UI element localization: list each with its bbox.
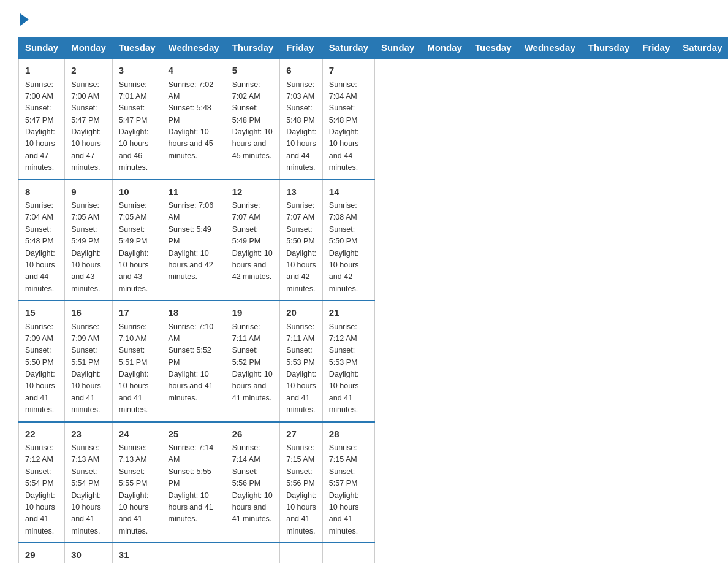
calendar-cell: 16Sunrise: 7:09 AMSunset: 5:51 PMDayligh… (65, 301, 113, 422)
day-number: 17 (119, 306, 156, 320)
calendar-cell: 10Sunrise: 7:05 AMSunset: 5:49 PMDayligh… (112, 180, 162, 301)
day-number: 20 (286, 306, 316, 320)
day-info: Sunrise: 7:02 AMSunset: 5:48 PMDaylight:… (232, 79, 274, 163)
calendar-cell: 7Sunrise: 7:04 AMSunset: 5:48 PMDaylight… (322, 58, 374, 180)
calendar-week-4: 22Sunrise: 7:12 AMSunset: 5:54 PMDayligh… (19, 422, 729, 543)
calendar-cell: 14Sunrise: 7:08 AMSunset: 5:50 PMDayligh… (322, 180, 374, 301)
day-number: 30 (71, 548, 106, 562)
day-number: 28 (329, 427, 368, 442)
day-info: Sunrise: 7:05 AMSunset: 5:49 PMDaylight:… (71, 200, 106, 295)
calendar-cell: 27Sunrise: 7:15 AMSunset: 5:56 PMDayligh… (280, 422, 323, 543)
day-info: Sunrise: 7:06 AMSunset: 5:49 PMDaylight:… (169, 200, 219, 283)
header-friday: Friday (280, 37, 323, 59)
calendar-cell: 23Sunrise: 7:13 AMSunset: 5:54 PMDayligh… (65, 422, 113, 543)
day-info: Sunrise: 7:12 AMSunset: 5:54 PMDaylight:… (25, 442, 58, 537)
day-number: 27 (286, 427, 316, 442)
day-number: 1 (25, 64, 58, 78)
day-info: Sunrise: 7:09 AMSunset: 5:51 PMDaylight:… (71, 321, 106, 416)
day-number: 29 (25, 548, 58, 562)
calendar-cell: 11Sunrise: 7:06 AMSunset: 5:49 PMDayligh… (162, 180, 226, 301)
calendar-cell: 20Sunrise: 7:11 AMSunset: 5:53 PMDayligh… (280, 301, 323, 422)
col-header-sunday: Sunday (375, 37, 421, 59)
day-number: 19 (232, 306, 274, 320)
day-number: 14 (329, 185, 368, 199)
day-number: 31 (119, 548, 156, 562)
day-number: 11 (169, 185, 219, 199)
calendar-cell: 29Sunrise: 7:15 AMSunset: 5:57 PMDayligh… (19, 543, 65, 563)
day-number: 24 (119, 427, 156, 442)
logo (18, 12, 29, 25)
col-header-thursday: Thursday (582, 37, 636, 59)
day-info: Sunrise: 7:13 AMSunset: 5:55 PMDaylight:… (119, 442, 156, 537)
day-info: Sunrise: 7:02 AMSunset: 5:48 PMDaylight:… (169, 79, 219, 163)
calendar-cell: 24Sunrise: 7:13 AMSunset: 5:55 PMDayligh… (112, 422, 162, 543)
calendar-cell: 31Sunrise: 7:16 AMSunset: 5:59 PMDayligh… (112, 543, 162, 563)
day-info: Sunrise: 7:12 AMSunset: 5:53 PMDaylight:… (329, 321, 368, 416)
day-number: 9 (71, 185, 106, 199)
header-monday: Monday (65, 37, 113, 59)
calendar-cell: 25Sunrise: 7:14 AMSunset: 5:55 PMDayligh… (162, 422, 226, 543)
col-header-friday: Friday (636, 37, 677, 59)
day-number: 25 (169, 427, 219, 442)
header-sunday: Sunday (19, 37, 65, 59)
day-number: 6 (286, 64, 316, 78)
calendar-week-3: 15Sunrise: 7:09 AMSunset: 5:50 PMDayligh… (19, 301, 729, 422)
day-number: 13 (286, 185, 316, 199)
day-info: Sunrise: 7:15 AMSunset: 5:56 PMDaylight:… (286, 442, 316, 537)
day-info: Sunrise: 7:07 AMSunset: 5:49 PMDaylight:… (232, 200, 274, 283)
day-info: Sunrise: 7:13 AMSunset: 5:54 PMDaylight:… (71, 442, 106, 537)
header-tuesday: Tuesday (112, 37, 162, 59)
calendar-table: SundayMondayTuesdayWednesdayThursdayFrid… (18, 37, 728, 563)
calendar-cell: 30Sunrise: 7:16 AMSunset: 5:58 PMDayligh… (65, 543, 113, 563)
day-info: Sunrise: 7:14 AMSunset: 5:56 PMDaylight:… (232, 442, 274, 526)
day-info: Sunrise: 7:11 AMSunset: 5:53 PMDaylight:… (286, 321, 316, 416)
day-info: Sunrise: 7:00 AMSunset: 5:47 PMDaylight:… (25, 79, 58, 174)
col-header-monday: Monday (421, 37, 469, 59)
day-number: 10 (119, 185, 156, 199)
day-number: 8 (25, 185, 58, 199)
day-number: 18 (169, 306, 219, 320)
day-number: 22 (25, 427, 58, 442)
calendar-cell (226, 543, 280, 563)
header-wednesday: Wednesday (162, 37, 226, 59)
calendar-header-row: SundayMondayTuesdayWednesdayThursdayFrid… (19, 37, 729, 59)
day-info: Sunrise: 7:03 AMSunset: 5:48 PMDaylight:… (286, 79, 316, 174)
calendar-cell: 26Sunrise: 7:14 AMSunset: 5:56 PMDayligh… (226, 422, 280, 543)
day-number: 12 (232, 185, 274, 199)
calendar-cell (280, 543, 323, 563)
day-number: 15 (25, 306, 58, 320)
calendar-cell: 21Sunrise: 7:12 AMSunset: 5:53 PMDayligh… (322, 301, 374, 422)
header-saturday: Saturday (322, 37, 374, 59)
calendar-cell: 4Sunrise: 7:02 AMSunset: 5:48 PMDaylight… (162, 58, 226, 180)
day-number: 26 (232, 427, 274, 442)
day-number: 23 (71, 427, 106, 442)
calendar-cell: 9Sunrise: 7:05 AMSunset: 5:49 PMDaylight… (65, 180, 113, 301)
day-number: 5 (232, 64, 274, 78)
col-header-saturday: Saturday (677, 37, 728, 59)
calendar-cell: 6Sunrise: 7:03 AMSunset: 5:48 PMDaylight… (280, 58, 323, 180)
calendar-cell: 5Sunrise: 7:02 AMSunset: 5:48 PMDaylight… (226, 58, 280, 180)
calendar-cell (322, 543, 374, 563)
col-header-tuesday: Tuesday (468, 37, 518, 59)
page-header (18, 12, 710, 25)
day-info: Sunrise: 7:05 AMSunset: 5:49 PMDaylight:… (119, 200, 156, 295)
day-number: 21 (329, 306, 368, 320)
calendar-week-5: 29Sunrise: 7:15 AMSunset: 5:57 PMDayligh… (19, 543, 729, 563)
day-info: Sunrise: 7:00 AMSunset: 5:47 PMDaylight:… (71, 79, 106, 174)
day-info: Sunrise: 7:04 AMSunset: 5:48 PMDaylight:… (329, 79, 368, 174)
calendar-cell: 22Sunrise: 7:12 AMSunset: 5:54 PMDayligh… (19, 422, 65, 543)
calendar-cell: 28Sunrise: 7:15 AMSunset: 5:57 PMDayligh… (322, 422, 374, 543)
col-header-wednesday: Wednesday (518, 37, 582, 59)
day-number: 2 (71, 64, 106, 78)
day-info: Sunrise: 7:04 AMSunset: 5:48 PMDaylight:… (25, 200, 58, 295)
header-thursday: Thursday (226, 37, 280, 59)
day-number: 7 (329, 64, 368, 78)
calendar-cell: 19Sunrise: 7:11 AMSunset: 5:52 PMDayligh… (226, 301, 280, 422)
day-info: Sunrise: 7:11 AMSunset: 5:52 PMDaylight:… (232, 321, 274, 405)
day-info: Sunrise: 7:10 AMSunset: 5:52 PMDaylight:… (169, 321, 219, 405)
calendar-cell: 1Sunrise: 7:00 AMSunset: 5:47 PMDaylight… (19, 58, 65, 180)
calendar-cell: 13Sunrise: 7:07 AMSunset: 5:50 PMDayligh… (280, 180, 323, 301)
calendar-cell: 17Sunrise: 7:10 AMSunset: 5:51 PMDayligh… (112, 301, 162, 422)
day-info: Sunrise: 7:07 AMSunset: 5:50 PMDaylight:… (286, 200, 316, 295)
day-info: Sunrise: 7:09 AMSunset: 5:50 PMDaylight:… (25, 321, 58, 416)
